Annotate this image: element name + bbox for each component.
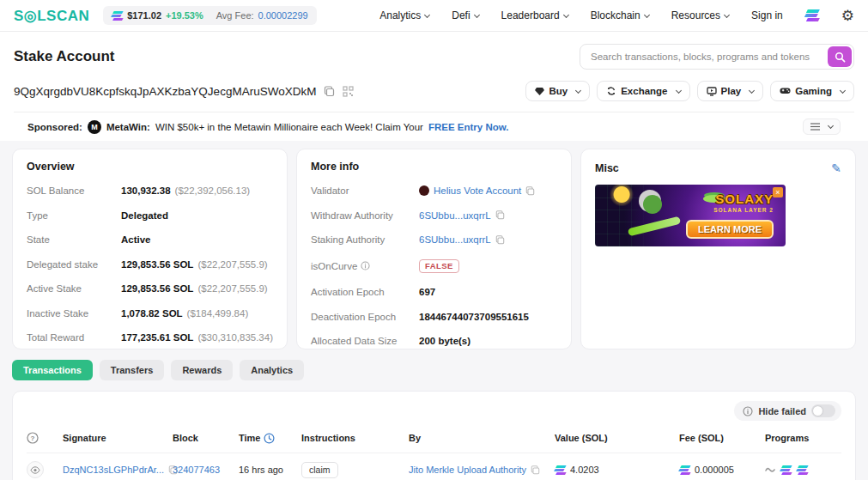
avg-fee-value[interactable]: 0.00002299 bbox=[258, 10, 308, 21]
tab-analytics[interactable]: Analytics bbox=[240, 360, 304, 380]
chevron-down-icon bbox=[575, 87, 581, 93]
search-input[interactable] bbox=[580, 44, 854, 70]
data-size-row: Allocated Data Size 200 byte(s) bbox=[311, 336, 557, 346]
exchange-button[interactable]: Exchange bbox=[597, 81, 689, 101]
staking-authority-row: Staking Authority 6SUbbu...uxqrrL bbox=[311, 234, 557, 245]
row-value: 200 byte(s) bbox=[419, 336, 470, 346]
instruction-badge[interactable]: claim bbox=[301, 462, 338, 478]
exchange-label: Exchange bbox=[621, 86, 667, 96]
row-value: 130,932.38 bbox=[121, 185, 171, 196]
program-icon[interactable] bbox=[765, 466, 775, 473]
sponsored-link[interactable]: FREE Entry Now. bbox=[428, 122, 509, 132]
gaming-button[interactable]: Gaming bbox=[770, 81, 854, 101]
row-label: Allocated Data Size bbox=[311, 336, 419, 346]
by-link[interactable]: Jito Merkle Upload Authority bbox=[409, 465, 526, 475]
row-value: 18446744073709551615 bbox=[419, 312, 529, 322]
search-bar bbox=[580, 44, 854, 70]
main-nav: Analytics Defi Leaderboard Blockchain Re… bbox=[379, 7, 854, 25]
clock-icon[interactable] bbox=[264, 433, 275, 444]
col-instructions: Instructions bbox=[301, 433, 409, 443]
solana-network-icon[interactable] bbox=[805, 9, 819, 21]
nav-blockchain[interactable]: Blockchain bbox=[591, 9, 649, 21]
tab-transactions[interactable]: Transactions bbox=[12, 360, 93, 380]
withdraw-authority-link[interactable]: 6SUbbu...uxqrrL bbox=[419, 210, 491, 221]
copy-icon[interactable] bbox=[525, 186, 535, 196]
row-value: 129,853.56 SOL bbox=[121, 259, 193, 270]
tab-transfers[interactable]: Transfers bbox=[100, 360, 165, 380]
hide-failed-control: Hide failed bbox=[734, 401, 841, 421]
chevron-down-icon bbox=[840, 87, 846, 93]
preview-eye-button[interactable] bbox=[27, 461, 44, 478]
account-content: Overview SOL Balance 130,932.38($22,392,… bbox=[0, 141, 868, 480]
info-icon bbox=[361, 261, 370, 270]
copy-icon[interactable] bbox=[531, 465, 540, 475]
ad-learn-more-button[interactable]: LEARN MORE bbox=[686, 220, 774, 239]
col-time: Time bbox=[239, 433, 260, 443]
gear-icon[interactable] bbox=[841, 7, 854, 25]
row-label: State bbox=[27, 234, 121, 245]
copy-icon[interactable] bbox=[495, 235, 505, 245]
search-icon bbox=[835, 52, 846, 63]
fee-sol: 0.000005 bbox=[695, 465, 734, 475]
sign-in-button[interactable]: Sign in bbox=[751, 9, 783, 21]
nav-analytics[interactable]: Analytics bbox=[379, 9, 429, 21]
row-value: 177,235.61 SOL bbox=[121, 332, 193, 343]
col-block: Block bbox=[173, 433, 239, 443]
chevron-down-icon bbox=[675, 87, 681, 93]
nav-defi[interactable]: Defi bbox=[452, 9, 478, 21]
hide-failed-toggle[interactable] bbox=[811, 404, 835, 417]
copy-icon[interactable] bbox=[324, 86, 335, 97]
question-circle-icon[interactable]: ? bbox=[27, 432, 39, 444]
staking-authority-link[interactable]: 6SUbbu...uxqrrL bbox=[419, 234, 491, 245]
gamepad-icon bbox=[780, 87, 791, 95]
eye-icon bbox=[30, 466, 40, 474]
col-by: By bbox=[409, 433, 555, 443]
nav-resources[interactable]: Resources bbox=[671, 9, 729, 21]
row-value: Delegated bbox=[121, 210, 168, 221]
play-button[interactable]: Play bbox=[697, 81, 764, 101]
buy-button[interactable]: Buy bbox=[525, 81, 590, 101]
block-link[interactable]: 324077463 bbox=[173, 465, 220, 475]
avg-fee-label: Avg Fee: bbox=[216, 10, 254, 21]
tab-rewards[interactable]: Rewards bbox=[171, 360, 233, 380]
type-row: Type Delegated bbox=[27, 210, 273, 221]
sol-balance-row: SOL Balance 130,932.38($22,392,056.13) bbox=[27, 185, 273, 196]
signature-link[interactable]: DzqNC13sLGPhPdrAr... bbox=[63, 465, 164, 475]
nav-leaderboard[interactable]: Leaderboard bbox=[501, 9, 568, 21]
validator-link[interactable]: Helius Vote Account bbox=[434, 185, 521, 196]
solaxy-ad-banner[interactable]: SOLAXY SOLANA LAYER 2 LEARN MORE bbox=[595, 185, 786, 246]
row-sub-value: ($30,310,835.34) bbox=[197, 332, 273, 343]
state-row: State Active bbox=[27, 234, 273, 245]
row-label: Staking Authority bbox=[311, 234, 419, 245]
col-value-sol: Value (SOL) bbox=[555, 433, 679, 443]
solana-program-icon[interactable] bbox=[797, 465, 808, 475]
isoncurve-badge: FALSE bbox=[419, 259, 459, 273]
search-button[interactable] bbox=[828, 46, 852, 67]
banner-options-button[interactable] bbox=[803, 118, 841, 135]
solana-program-icon[interactable] bbox=[780, 465, 792, 475]
isoncurve-row: isOnCurve FALSE bbox=[311, 259, 557, 273]
ad-close-icon[interactable] bbox=[773, 187, 783, 197]
page-title: Stake Account bbox=[14, 48, 114, 65]
svg-text:?: ? bbox=[31, 434, 35, 442]
row-value: Active bbox=[121, 234, 151, 245]
row-label: isOnCurve bbox=[311, 261, 357, 271]
gem-icon bbox=[535, 87, 544, 96]
solscan-logo[interactable]: S◎LSCAN bbox=[14, 7, 89, 25]
list-icon bbox=[810, 123, 820, 131]
mascot-illustration bbox=[643, 195, 662, 214]
copy-icon[interactable] bbox=[495, 210, 505, 220]
hide-failed-label: Hide failed bbox=[758, 406, 806, 416]
ad-subline: SOLANA LAYER 2 bbox=[713, 207, 774, 213]
time-value: 16 hrs ago bbox=[239, 465, 283, 475]
row-label: Activation Epoch bbox=[311, 287, 419, 297]
validator-row: Validator Helius Vote Account bbox=[311, 185, 557, 196]
qr-code-icon[interactable] bbox=[343, 86, 354, 97]
col-fee-sol: Fee (SOL) bbox=[679, 433, 765, 443]
row-label: Total Reward bbox=[27, 332, 121, 343]
sponsored-banner: Sponsored: MetaWin: WIN $50k+ in the Met… bbox=[14, 112, 854, 141]
chevron-down-icon bbox=[424, 11, 430, 17]
edit-pencil-icon[interactable] bbox=[831, 161, 841, 176]
account-tabs: Transactions Transfers Rewards Analytics bbox=[12, 349, 856, 391]
play-label: Play bbox=[721, 86, 742, 96]
